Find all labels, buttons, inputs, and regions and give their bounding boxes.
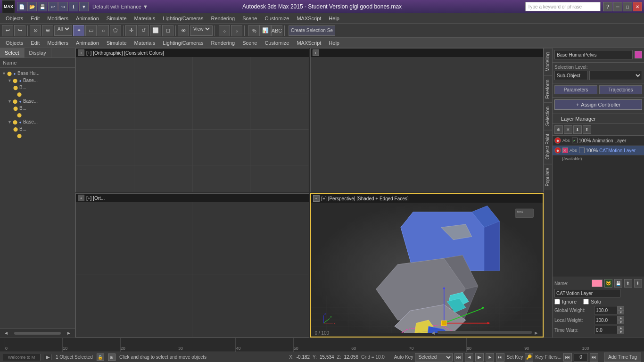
menu2-maxscript[interactable]: MAXScript (293, 39, 325, 47)
tick-20[interactable]: 20 (120, 338, 178, 352)
lock-icon[interactable]: 🔒 (97, 354, 104, 361)
tw-spin-up[interactable]: ▲ (618, 326, 624, 330)
anim-next[interactable]: ► (486, 353, 494, 362)
selected-dropdown[interactable]: Selected (415, 353, 453, 362)
menu2-customize[interactable]: Customize (261, 39, 293, 47)
lw-spin-up[interactable]: ▲ (618, 316, 624, 320)
viewport-topright[interactable]: + (310, 48, 544, 192)
vp-scroll-right[interactable]: ► (534, 330, 539, 336)
menu-scene[interactable]: Scene (239, 15, 261, 22)
tick-70[interactable]: 70 (409, 338, 466, 352)
anim-prev[interactable]: ◄ (465, 353, 473, 362)
lm-btn3[interactable]: ⬇ (573, 125, 582, 134)
tree-item-3[interactable]: ▼ ⬤ ⬥ Base... (2, 118, 73, 125)
help-btn[interactable]: ? (603, 2, 612, 11)
lm-play-icon[interactable]: ● (554, 137, 561, 144)
menu-help[interactable]: Help (325, 15, 343, 22)
frame-input[interactable] (574, 353, 588, 362)
sidebar-tab-modeling[interactable]: Modeling (544, 48, 552, 75)
menu2-scene[interactable]: Scene (239, 39, 261, 47)
tb-open[interactable]: 📂 (27, 2, 37, 11)
tb-undo[interactable]: ↩ (48, 2, 58, 11)
vp-topleft-label[interactable]: [+] [Orthographic] [Consistent Colors] (86, 50, 164, 56)
menu2-simulate[interactable]: Simulate (103, 39, 131, 47)
anim-frame-prev[interactable]: ⏮ (563, 353, 572, 362)
lm-btn4[interactable]: ⬆ (583, 125, 591, 134)
tree-item-root[interactable]: ▼ ⬤ ⬥ Base Hu... (2, 70, 73, 77)
lm-cat-icon[interactable]: ● (554, 147, 561, 154)
color-swatch[interactable] (635, 51, 642, 58)
menu-animation[interactable]: Animation (72, 15, 103, 22)
sidebar-tab-selection[interactable]: Selection (544, 102, 552, 130)
menu-customize[interactable]: Customize (261, 15, 293, 22)
trajectories-btn[interactable]: Trajectories (599, 85, 642, 94)
lm-item-animation[interactable]: ● Abs ✓ 100% Animation Layer (553, 136, 644, 146)
tree-item-2b[interactable]: ⬤ (2, 112, 73, 118)
menu-rendering[interactable]: Rendering (207, 15, 239, 22)
sidebar-tab-freeform[interactable]: Freeform (544, 75, 552, 103)
menu-simulate[interactable]: Simulate (103, 15, 131, 22)
uniform-scale-btn[interactable]: ◻ (162, 25, 173, 36)
menu-maxscript[interactable]: MAXScript (293, 15, 325, 22)
tw-spin-down[interactable]: ▼ (618, 330, 624, 334)
tab-select[interactable]: Select (0, 48, 25, 58)
select-region-fence[interactable]: ⬠ (110, 25, 121, 36)
timeline[interactable]: 0 10 20 30 40 50 60 70 80 90 100 (0, 337, 644, 352)
brp-cat-icon[interactable]: 🐱 (604, 279, 612, 288)
lm-btn1[interactable]: ⊕ (554, 125, 563, 134)
maximize-btn[interactable]: □ (623, 2, 632, 11)
menu-lighting-cameras1[interactable]: Lighting/Cameras (159, 15, 207, 22)
select-obj-btn[interactable]: ⊙ (30, 25, 41, 36)
solo-checkbox[interactable] (583, 299, 589, 304)
viewport-main[interactable]: + [+] [Perspective] [Shaded + Edged Face… (310, 193, 544, 337)
brp-name-input[interactable] (554, 289, 620, 297)
tb-redo[interactable]: ↪ (58, 2, 68, 11)
add-time-tag-btn[interactable]: Add Time Tag (604, 353, 641, 362)
enhance-button[interactable]: Default with Enhance ▼ (92, 4, 148, 9)
percent-btn[interactable]: % (248, 25, 260, 36)
select-region-rect[interactable]: ▭ (85, 25, 97, 36)
tree-item-2a[interactable]: ⬤ B... (2, 105, 73, 112)
tb-info[interactable]: ℹ (69, 2, 78, 11)
tree-item-1[interactable]: ▼ ⬤ ⬥ Base... (2, 77, 73, 84)
menu2-edit[interactable]: Edit (27, 39, 43, 47)
lm-check1[interactable]: ✓ (572, 138, 578, 143)
brp-up-icon[interactable]: ⬆ (624, 279, 632, 288)
assign-controller-btn[interactable]: + Assign Controller (554, 99, 642, 110)
viewport-topleft[interactable]: + [+] [Orthographic] [Consistent Colors] (75, 48, 309, 192)
tick-50[interactable]: 50 (293, 338, 351, 352)
tb-new[interactable]: 📄 (17, 2, 26, 11)
anim-play[interactable]: ▶ (475, 353, 484, 362)
menu-edit[interactable]: Edit (27, 15, 43, 22)
ref-coord-btn[interactable]: 👁 (178, 25, 189, 36)
tab-display[interactable]: Display (25, 48, 51, 58)
vp-scrollbar[interactable] (438, 331, 532, 334)
tick-60[interactable]: 60 (351, 338, 408, 352)
parameters-btn[interactable]: Parameters (554, 85, 597, 94)
object-name-input[interactable] (554, 50, 633, 59)
sidebar-tab-populate[interactable]: Populate (544, 164, 552, 190)
selection-level-dropdown[interactable] (589, 71, 642, 80)
vp-scroll-left[interactable]: ◄ (430, 330, 436, 336)
minimize-btn[interactable]: ─ (613, 2, 622, 11)
tick-40[interactable]: 40 (235, 338, 293, 352)
undo-btn[interactable]: ↩ (2, 25, 13, 36)
view-select[interactable]: View (190, 25, 213, 36)
menu2-modifiers[interactable]: Modifiers (43, 39, 72, 47)
filter-select[interactable]: All (54, 25, 72, 36)
abc-btn[interactable]: ABC (271, 25, 282, 36)
brp-save-icon[interactable]: 💾 (614, 279, 622, 288)
graph-btn[interactable]: 📊 (260, 25, 271, 36)
animate-btn[interactable]: ⬦ (231, 25, 242, 36)
lm-collapse[interactable]: ─ (555, 116, 559, 122)
brp-color-swatch[interactable] (592, 280, 603, 287)
lm-check2[interactable] (579, 148, 585, 153)
menu-objects[interactable]: Objects (2, 15, 27, 22)
vp-main-plus[interactable]: + (313, 195, 320, 202)
tree-item-3b[interactable]: ⬤ (2, 132, 73, 139)
select-name-btn[interactable]: ⊕ (42, 25, 53, 36)
vp-topleft-plus[interactable]: + (78, 49, 84, 56)
viewport-bottomleft[interactable]: + [+] [Ort... (75, 193, 309, 337)
anim-next-frame[interactable]: ⏭ (496, 353, 504, 362)
tb-enhance[interactable]: ▼ (79, 2, 89, 11)
